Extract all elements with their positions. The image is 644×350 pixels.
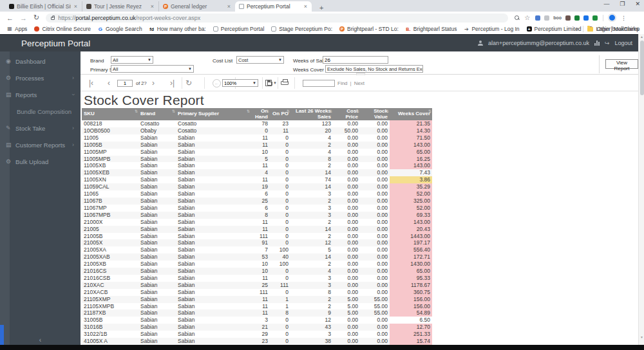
- refresh-report-button[interactable]: ↻: [185, 75, 192, 91]
- cost-list-select[interactable]: Cost▼: [236, 56, 284, 64]
- sort-icon[interactable]: ⇅: [386, 109, 389, 115]
- other-bookmarks[interactable]: Other bookmarks: [597, 26, 639, 32]
- column-header-stock-value[interactable]: Stock Value⇅: [360, 108, 390, 120]
- sort-icon[interactable]: ⇅: [356, 109, 359, 115]
- bookmark-item[interactable]: GGoogle Search: [98, 26, 142, 32]
- sidebar-item-dashboard[interactable]: ◉Dashboard: [0, 53, 80, 69]
- close-button[interactable]: ✕: [635, 1, 640, 7]
- find-next-button[interactable]: Next: [354, 80, 365, 86]
- forward-icon[interactable]: →: [20, 14, 27, 22]
- primary-supplier-select[interactable]: All▼: [111, 65, 194, 73]
- export-button[interactable]: ▼: [265, 75, 277, 91]
- bp-icon: P: [339, 26, 345, 32]
- shield-extension-icon[interactable]: [535, 15, 540, 21]
- column-header-cost-price[interactable]: Cost Price⇅: [333, 108, 360, 120]
- bookmarks-overflow-icon[interactable]: »: [576, 26, 579, 32]
- find-input[interactable]: [303, 80, 335, 87]
- bookmark-item[interactable]: B.Brightpearl Status: [406, 26, 457, 32]
- previous-page-button[interactable]: ‹: [108, 75, 110, 91]
- cell: Sabian: [138, 169, 176, 176]
- new-tab-button[interactable]: +: [317, 4, 326, 12]
- bookmark-item[interactable]: ▦Apps: [7, 26, 27, 32]
- bookmark-item[interactable]: Perceptium Portal: [213, 26, 265, 32]
- brand-select[interactable]: All▼: [111, 56, 153, 64]
- next-page-button[interactable]: ›: [152, 75, 155, 91]
- sort-icon[interactable]: ⇅: [329, 109, 332, 115]
- back-to-parent-button[interactable]: ←: [213, 75, 221, 91]
- bookmark-item[interactable]: PBrightpearl - STD Lo:: [339, 26, 399, 32]
- cell: 0.00: [333, 268, 360, 275]
- column-header-brand[interactable]: Brand⇅: [138, 108, 176, 120]
- column-header-on-po[interactable]: On PO⇅: [270, 108, 290, 120]
- sidebar-collapse-icon[interactable]: ‹: [0, 336, 80, 344]
- weeks-of-sales-input[interactable]: [323, 56, 388, 64]
- circle-extension-icon[interactable]: [583, 15, 589, 21]
- cell: 10OB0500: [82, 127, 138, 134]
- column-header-weeks-cover[interactable]: Weeks Cover⇅: [390, 108, 432, 120]
- adobe-extension-icon[interactable]: [565, 15, 571, 21]
- maximize-button[interactable]: ❐: [620, 1, 625, 7]
- tab-close-icon[interactable]: ×: [73, 3, 78, 10]
- tab-close-icon[interactable]: ×: [303, 3, 308, 10]
- bookmark-item[interactable]: fdHow many other ba:: [149, 26, 206, 32]
- first-page-button[interactable]: |‹: [89, 75, 93, 91]
- cell: 11065: [82, 190, 138, 198]
- column-header-sku[interactable]: SKU⇅: [82, 108, 138, 120]
- green-shield-extension-icon[interactable]: [592, 15, 598, 21]
- doc-icon: [271, 26, 276, 32]
- browser-tab[interactable]: Perceptium Portal×: [235, 1, 312, 12]
- view-report-button[interactable]: View Report: [605, 59, 638, 69]
- vertical-scrollbar[interactable]: ▲ ▼: [638, 34, 644, 345]
- bookmark-item[interactable]: Stage Perceptium Po:: [271, 26, 332, 32]
- boo-extension-icon[interactable]: boo: [553, 15, 562, 20]
- scrollbar-thumb[interactable]: [640, 41, 644, 95]
- cell: 0.00: [360, 239, 390, 246]
- bookmark-item[interactable]: +Perceptium Limited: [527, 26, 582, 32]
- scroll-down-icon[interactable]: ▼: [639, 335, 644, 339]
- print-button[interactable]: [281, 75, 289, 91]
- sort-icon[interactable]: ⇅: [135, 109, 138, 115]
- tab-close-icon[interactable]: ×: [150, 3, 155, 10]
- sidebar-item-customer-reports[interactable]: ▤Customer Reports›: [0, 136, 80, 153]
- key-extension-icon[interactable]: [574, 15, 580, 21]
- sidebar-item-bulk-upload[interactable]: ⚙Bulk Upload: [0, 153, 80, 170]
- column-header-primary-supplier[interactable]: Primary Supplier⇅: [176, 108, 251, 120]
- minimize-button[interactable]: —: [603, 1, 609, 7]
- chevron-right-icon: ›: [72, 142, 74, 148]
- cell: Sabian: [138, 303, 176, 310]
- column-header-last-26-weeks-sales[interactable]: Last 26 Weeks Sales⇅: [290, 108, 333, 120]
- logout-button[interactable]: Logout: [614, 40, 632, 46]
- weeks-cover-select[interactable]: Exclude No Sales, No Stock and Returns E…: [325, 65, 423, 73]
- grey-extension-icon[interactable]: [544, 15, 549, 21]
- cell: 1178.67: [390, 282, 432, 289]
- browser-tab[interactable]: Tour | Jessie Reyez×: [82, 1, 158, 12]
- sort-icon[interactable]: ⇅: [287, 109, 290, 115]
- profile-avatar[interactable]: [609, 14, 616, 21]
- sort-icon[interactable]: ⇅: [172, 109, 175, 115]
- sidebar-item-processes[interactable]: ⚙Processes›: [0, 69, 80, 86]
- column-header-on-hand[interactable]: On Hand⇅: [251, 108, 270, 120]
- browser-menu-icon[interactable]: ⋮: [621, 15, 627, 21]
- tab-close-icon[interactable]: ×: [227, 3, 231, 10]
- bookmark-item[interactable]: Citrix Online Secure: [34, 26, 91, 32]
- zoom-select[interactable]: 100%▼: [222, 79, 258, 87]
- last-page-button[interactable]: ›|: [170, 75, 175, 91]
- back-icon[interactable]: ←: [6, 14, 14, 22]
- bookmark-item[interactable]: ➔Perceptium - Log In: [464, 26, 519, 32]
- url-field[interactable]: https://portal.perceptium.co.uk/report-w…: [46, 14, 508, 23]
- search-icon[interactable]: [515, 15, 519, 20]
- browser-tab[interactable]: PGeneral ledger×: [158, 1, 235, 12]
- page-number-input[interactable]: [117, 80, 133, 87]
- browser-tab[interactable]: Billie Eilish | Official Site×: [5, 1, 82, 12]
- sort-icon[interactable]: ⇅: [266, 109, 269, 115]
- star-bookmark-icon[interactable]: ☆: [524, 15, 530, 20]
- sidebar-item-bundle-composition[interactable]: Bundle Composition: [0, 103, 80, 120]
- find-button[interactable]: Find: [337, 80, 348, 86]
- sort-icon[interactable]: ⇅: [247, 109, 250, 115]
- sidebar-item-reports[interactable]: ▤Reports›: [0, 86, 80, 103]
- sort-icon[interactable]: ⇅: [428, 109, 431, 115]
- refresh-icon[interactable]: ↻: [33, 14, 39, 22]
- company-icon[interactable]: [594, 41, 600, 46]
- scroll-up-icon[interactable]: ▲: [639, 35, 644, 39]
- sidebar-item-stock-take[interactable]: ✎Stock Take›: [0, 120, 80, 136]
